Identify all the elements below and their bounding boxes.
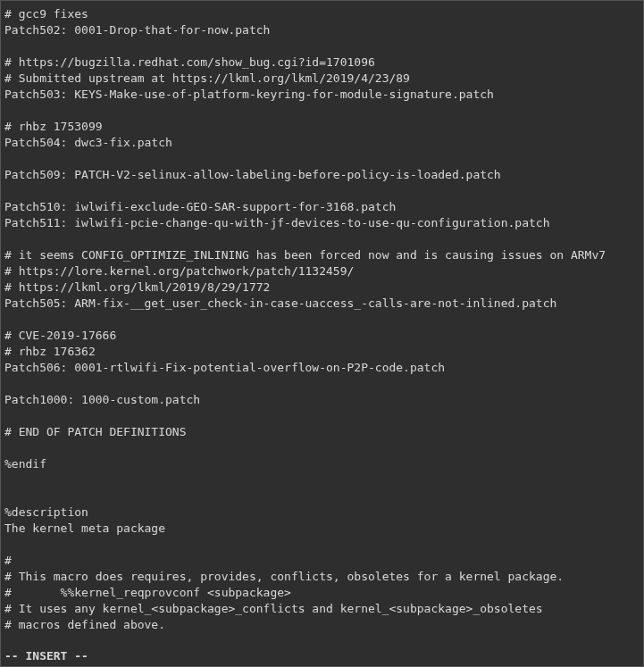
- editor-line[interactable]: # https://lkml.org/lkml/2019/8/29/1772: [4, 279, 640, 296]
- editor-line[interactable]: Patch503: KEYS-Make-use-of-platform-keyr…: [4, 87, 640, 103]
- terminal-window[interactable]: # gcc9 fixesPatch502: 0001-Drop-that-for…: [0, 0, 644, 667]
- editor-line[interactable]: Patch511: iwlwifi-pcie-change-qu-with-jf…: [4, 215, 640, 231]
- editor-line[interactable]: [4, 103, 640, 119]
- editor-line[interactable]: Patch502: 0001-Drop-that-for-now.patch: [4, 22, 640, 38]
- editor-line[interactable]: %endif: [4, 456, 640, 472]
- editor-line[interactable]: # It uses any kernel_<subpackage>_confli…: [4, 601, 640, 617]
- editor-line[interactable]: [4, 408, 640, 424]
- editor-line[interactable]: Patch505: ARM-fix-__get_user_check-in-ca…: [4, 296, 640, 312]
- editor-line[interactable]: The kernel meta package: [4, 521, 640, 537]
- vim-mode-indicator: -- INSERT --: [4, 648, 88, 666]
- editor-line[interactable]: [4, 440, 640, 456]
- editor-line[interactable]: [4, 472, 640, 488]
- editor-line[interactable]: # %%kernel_reqprovconf <subpackage>: [4, 585, 640, 601]
- editor-line[interactable]: Patch506: 0001-rtlwifi-Fix-potential-ove…: [4, 360, 640, 376]
- editor-line[interactable]: # END OF PATCH DEFINITIONS: [4, 424, 640, 440]
- editor-line[interactable]: %description: [4, 504, 640, 521]
- editor-line[interactable]: # Submitted upstream at https://lkml.org…: [4, 71, 640, 87]
- editor-line[interactable]: Patch509: PATCH-V2-selinux-allow-labelin…: [4, 167, 640, 183]
- editor-line[interactable]: # This macro does requires, provides, co…: [4, 569, 640, 585]
- editor-buffer[interactable]: # gcc9 fixesPatch502: 0001-Drop-that-for…: [1, 1, 643, 633]
- editor-line[interactable]: # https://lore.kernel.org/patchwork/patc…: [4, 263, 640, 279]
- editor-line[interactable]: [4, 488, 640, 504]
- editor-line[interactable]: # macros defined above.: [4, 617, 640, 633]
- editor-line[interactable]: [4, 312, 640, 328]
- editor-line[interactable]: Patch504: dwc3-fix.patch: [4, 135, 640, 151]
- editor-line[interactable]: # gcc9 fixes: [4, 6, 640, 22]
- editor-line[interactable]: # rhbz 176362: [4, 344, 640, 360]
- editor-line[interactable]: # CVE-2019-17666: [4, 328, 640, 344]
- editor-line[interactable]: [4, 151, 640, 167]
- editor-line[interactable]: #: [4, 553, 640, 569]
- editor-line[interactable]: [4, 376, 640, 392]
- editor-line[interactable]: # it seems CONFIG_OPTIMIZE_INLINING has …: [4, 247, 640, 263]
- editor-line[interactable]: Patch510: iwlwifi-exclude-GEO-SAR-suppor…: [4, 199, 640, 215]
- editor-line[interactable]: [4, 38, 640, 54]
- editor-line[interactable]: [4, 183, 640, 199]
- editor-line[interactable]: [4, 231, 640, 247]
- editor-line[interactable]: [4, 537, 640, 553]
- editor-line[interactable]: # rhbz 1753099: [4, 119, 640, 135]
- editor-line[interactable]: Patch1000: 1000-custom.patch: [4, 392, 640, 408]
- editor-line[interactable]: # https://bugzilla.redhat.com/show_bug.c…: [4, 54, 640, 71]
